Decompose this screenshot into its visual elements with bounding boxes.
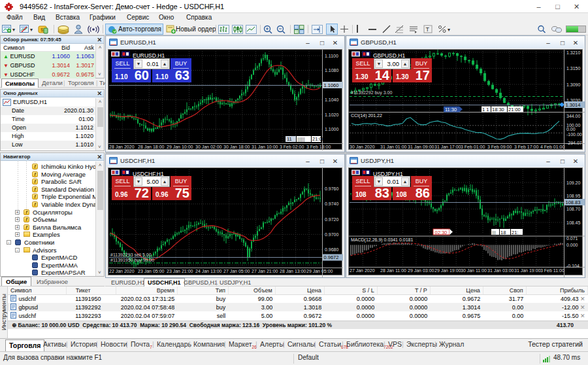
svg-text:1.1080: 1.1080 [325,68,339,73]
svg-text:1.3090: 1.3090 [566,82,581,87]
svg-text:31 Jan 01:00: 31 Jan 01:00 [380,145,407,149]
svg-text:28 Jan 2020: 28 Jan 2020 [109,145,135,149]
svg-text:3 Feb 18:00: 3 Feb 18:00 [306,145,331,149]
svg-text:30 Jan 2020: 30 Jan 2020 [350,145,375,149]
svg-text:1.3014: 1.3014 [566,102,581,108]
svg-text:28 Jan 13:00: 28 Jan 13:00 [280,269,306,273]
svg-text:24 Jan 13:00: 24 Jan 13:00 [195,269,222,273]
svg-text:108.70: 108.70 [566,207,581,211]
svg-text:27 Jan 05:00: 27 Jan 05:00 [223,269,250,273]
svg-text:CCI(14) 201.22: CCI(14) 201.22 [351,113,382,118]
svg-text:31 Jan 17:00: 31 Jan 17:00 [434,145,461,149]
svg-text:-0.104: -0.104 [566,264,580,268]
svg-text:1.1000: 1.1000 [325,127,339,131]
svg-text:3 Feb 01:00: 3 Feb 01:00 [461,145,485,149]
svg-text:4 Feb 01:00: 4 Feb 01:00 [540,145,564,149]
svg-text:3 Feb 09:00: 3 Feb 09:00 [487,145,512,149]
svg-text:0.9680: 0.9680 [325,247,339,252]
svg-text:29 Jan 19:00: 29 Jan 19:00 [434,268,461,273]
svg-text:3 Feb 02:00: 3 Feb 02:00 [280,145,304,149]
svg-text:1.3150: 1.3150 [566,66,581,71]
svg-text:0.9720: 0.9720 [325,217,339,222]
svg-text:29 Jan 05:00: 29 Jan 05:00 [306,269,333,273]
svg-text:31 Jan 09:00: 31 Jan 09:00 [408,145,434,149]
svg-text:0.9672: 0.9672 [324,254,339,260]
svg-text:3 Feb 17:00: 3 Feb 17:00 [514,145,538,149]
svg-text:0.00: 0.00 [566,127,576,131]
svg-text:21:: 21: [512,230,518,235]
svg-text:#11392292 buy 3.00: #11392292 buy 3.00 [351,90,392,96]
svg-text:#11391950 buy 99.00: #11391950 buy 99.00 [110,258,154,263]
svg-text:0.000: 0.000 [566,243,578,247]
svg-text:0.071: 0.071 [566,236,578,241]
svg-text:29 Jan 03:00: 29 Jan 03:00 [408,268,434,273]
svg-text:0.9760: 0.9760 [325,186,339,191]
svg-text:31 Jan 03:00: 31 Jan 03:00 [487,268,514,273]
svg-text:11:30: 11:30 [445,107,457,113]
svg-text:109.20: 109.20 [566,181,581,185]
svg-text:29 Jan 10:00: 29 Jan 10:00 [167,145,193,149]
svg-text:27 Jan 21:00: 27 Jan 21:00 [252,269,278,273]
svg-text:1.1060: 1.1060 [324,82,339,88]
svg-text:30 Jan 18:00: 30 Jan 18:00 [223,145,250,149]
svg-text:108.45: 108.45 [566,220,581,225]
svg-text:21:00: 21:00 [312,136,325,142]
svg-text:23 Jan 21:00: 23 Jan 21:00 [167,269,193,273]
svg-text:28 Jan 18:00: 28 Jan 18:00 [138,145,165,149]
svg-text:-294.07: -294.07 [566,141,582,145]
svg-text:23 Jan 05:00: 23 Jan 05:00 [138,269,165,273]
svg-text:1.3210: 1.3210 [566,50,581,55]
svg-text:28 Jan 11:00: 28 Jan 11:00 [380,268,406,273]
svg-text:108.95: 108.95 [566,194,581,198]
svg-text:344.00: 344.00 [566,114,581,118]
svg-text:18:30: 18:30 [492,107,504,113]
svg-text:|||: ||| [492,230,496,235]
svg-text:T: T [426,26,430,33]
svg-text:1.1020: 1.1020 [325,113,339,117]
svg-text:21:00: 21:00 [508,107,521,113]
svg-text:$: $ [41,27,44,33]
svg-text:EURUSD,H1: EURUSD,H1 [133,52,165,59]
svg-text:18: 18 [500,230,506,235]
svg-text:1 1: 1 1 [482,107,489,113]
svg-text:30 Jan 02:00: 30 Jan 02:00 [195,145,222,149]
svg-text:30 Jan 11:00: 30 Jan 11:00 [461,268,487,273]
svg-text:GBPUSD,H1: GBPUSD,H1 [373,52,405,59]
svg-text:-100.00: -100.00 [566,132,582,137]
svg-text:27 Jan 2020: 27 Jan 2020 [350,268,375,273]
svg-text:1.1100: 1.1100 [325,54,338,58]
svg-text:1.1040: 1.1040 [325,97,339,102]
svg-text:31 Jan 19:00: 31 Jan 19:00 [514,268,541,273]
svg-text:||||||: |||||| [297,136,305,142]
svg-text:31 Jan 10:00: 31 Jan 10:00 [252,145,278,149]
svg-text:22 Jan 2020: 22 Jan 2020 [109,269,135,273]
svg-text:0.9700: 0.9700 [325,232,339,237]
svg-text:MACD(12,26,9) 0.0341 0.0181: MACD(12,26,9) 0.0341 0.0181 [351,237,413,243]
svg-text:108.83: 108.83 [566,200,581,205]
svg-text:11: 11 [287,136,292,142]
svg-text:02:30: 02:30 [435,230,448,235]
svg-text:#11392293 sell 5.00: #11392293 sell 5.00 [110,252,152,257]
svg-text:0.9740: 0.9740 [325,201,339,206]
svg-text:3 Feb 11:00: 3 Feb 11:00 [540,268,564,273]
